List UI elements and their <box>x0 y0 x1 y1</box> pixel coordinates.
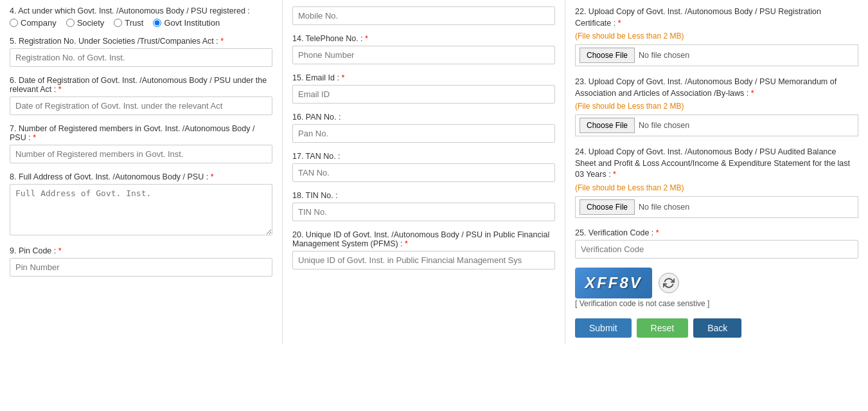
field9-input[interactable] <box>10 258 272 277</box>
reset-button[interactable]: Reset <box>637 318 689 338</box>
field16-input[interactable] <box>292 124 555 143</box>
field9-label: 9. Pin Code : * <box>10 246 272 255</box>
field15-input[interactable] <box>292 85 555 104</box>
radio-govt-label: Govt Institution <box>164 18 220 28</box>
captcha-note: [ Verification code is not case senstive… <box>575 299 709 308</box>
captcha-image: XFF8V <box>575 268 652 298</box>
upload23-label: 23. Upload Copy of Govt. Inst. /Autonomo… <box>575 77 858 99</box>
submit-button[interactable]: Submit <box>575 318 632 338</box>
field6-input[interactable] <box>10 96 272 115</box>
captcha-text: XFF8V <box>585 274 642 292</box>
field14-input[interactable] <box>292 46 555 64</box>
upload23-button[interactable]: Choose File <box>580 118 635 133</box>
upload24-label: 24. Upload Copy of Govt. Inst. /Autonomo… <box>575 147 858 181</box>
button-row: Submit Reset Back <box>575 318 858 338</box>
upload23-row: Choose File No file chosen <box>575 114 858 136</box>
upload23-nofile: No file chosen <box>639 121 689 130</box>
field17-input[interactable] <box>292 163 555 182</box>
field13-input[interactable] <box>292 6 555 25</box>
captcha-refresh-button[interactable] <box>659 273 679 293</box>
field16-label: 16. PAN No. : <box>292 113 555 122</box>
upload22-button[interactable]: Choose File <box>580 48 635 63</box>
field17-label: 17. TAN No. : <box>292 152 555 161</box>
upload22-row: Choose File No file chosen <box>575 44 858 66</box>
radio-company-label: Company <box>21 18 57 28</box>
field18-input[interactable] <box>292 203 555 221</box>
field7-input[interactable] <box>10 145 272 163</box>
radio-society-label: Society <box>77 18 105 28</box>
field15-label: 15. Email Id : * <box>292 73 555 82</box>
field8-textarea[interactable] <box>10 184 272 235</box>
verification-input[interactable] <box>575 240 858 259</box>
back-button[interactable]: Back <box>693 318 741 338</box>
upload24-button[interactable]: Choose File <box>580 199 635 215</box>
captcha-box: XFF8V <box>575 268 858 298</box>
field18-label: 18. TIN No. : <box>292 191 555 200</box>
upload22-label: 22. Upload Copy of Govt. Inst. /Autonomo… <box>575 6 858 29</box>
radio-society[interactable]: Society <box>66 18 105 28</box>
field5-input[interactable] <box>10 48 272 67</box>
upload24-row: Choose File No file chosen <box>575 196 858 218</box>
field6-label: 6. Date of Registration of Govt. Inst. /… <box>10 76 272 94</box>
field14-label: 14. TelePhone No. : * <box>292 34 555 43</box>
upload22-nofile: No file chosen <box>639 51 689 60</box>
upload24-nofile: No file chosen <box>639 203 689 212</box>
field20-input[interactable] <box>292 251 555 269</box>
field5-label: 5. Registration No. Under Societies /Tru… <box>10 37 272 46</box>
radio-trust[interactable]: Trust <box>114 18 143 28</box>
field7-label: 7. Number of Registered members in Govt.… <box>10 124 272 142</box>
verification-label: 25. Verification Code : * <box>575 228 858 237</box>
radio-trust-label: Trust <box>125 18 143 28</box>
field8-label: 8. Full Address of Govt. Inst. /Autonomo… <box>10 172 272 181</box>
act-radio-group: Company Society Trust Govt Institution <box>10 18 272 28</box>
radio-company[interactable]: Company <box>10 18 57 28</box>
upload24-note: (File should be Less than 2 MB) <box>575 183 858 192</box>
act-label: 4. Act under which Govt. Inst. /Autonomo… <box>10 6 272 15</box>
field20-label: 20. Unique ID of Govt. Inst. /Autonomous… <box>292 230 555 248</box>
upload23-note: (File should be Less than 2 MB) <box>575 102 858 111</box>
upload22-note: (File should be Less than 2 MB) <box>575 32 858 41</box>
radio-govt-institution[interactable]: Govt Institution <box>153 18 220 28</box>
